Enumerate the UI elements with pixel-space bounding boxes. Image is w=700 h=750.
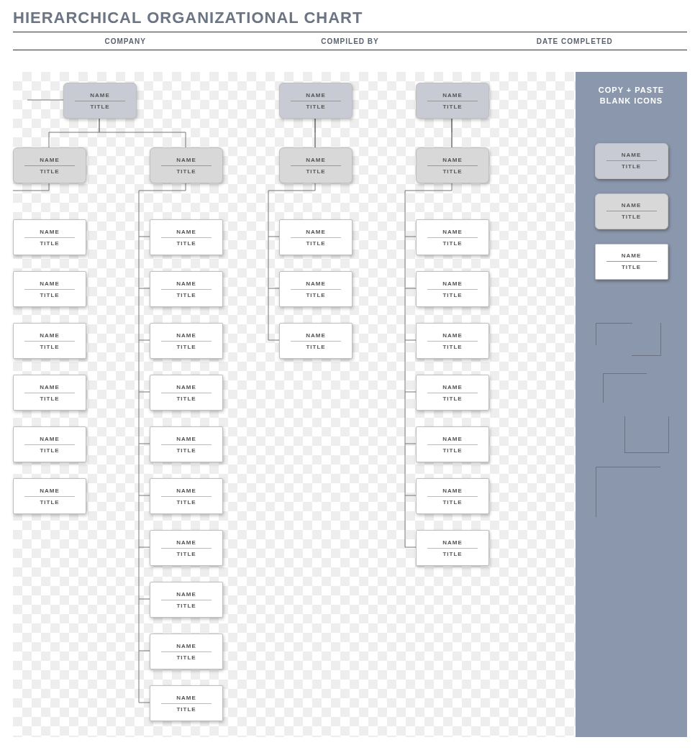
org-node-C[interactable]: NAMETITLE	[416, 83, 489, 119]
header-compiled-by[interactable]: COMPILED BY	[237, 32, 462, 50]
org-node-A2j[interactable]: NAMETITLE	[150, 685, 223, 721]
org-node-A1d[interactable]: NAMETITLE	[13, 375, 86, 411]
org-node-C1[interactable]: NAMETITLE	[416, 147, 489, 183]
org-node-A2e[interactable]: NAMETITLE	[150, 426, 223, 462]
org-node-A1[interactable]: NAMETITLE	[13, 147, 86, 183]
org-node-B1[interactable]: NAMETITLE	[279, 147, 353, 183]
org-node-A[interactable]: NAMETITLE	[63, 83, 137, 119]
org-node-B[interactable]: NAMETITLE	[279, 83, 353, 119]
org-node-C1e[interactable]: NAMETITLE	[416, 426, 489, 462]
org-node-A2f[interactable]: NAMETITLE	[150, 478, 223, 514]
org-node-A2g[interactable]: NAMETITLE	[150, 530, 223, 566]
org-node-A2i[interactable]: NAMETITLE	[150, 634, 223, 669]
org-node-C1c[interactable]: NAMETITLE	[416, 323, 489, 359]
org-node-B1a[interactable]: NAMETITLE	[279, 219, 353, 255]
blank-icon-leaf[interactable]: NAMETITLE	[595, 244, 668, 280]
org-node-A1b[interactable]: NAMETITLE	[13, 271, 86, 307]
org-node-A2b[interactable]: NAMETITLE	[150, 271, 223, 307]
org-node-A2h[interactable]: NAMETITLE	[150, 582, 223, 618]
sidebar-blank-icons: COPY + PASTEBLANK ICONS NAMETITLE NAMETI…	[576, 72, 687, 737]
header-company[interactable]: COMPANY	[13, 32, 237, 50]
sidebar-title: COPY + PASTEBLANK ICONS	[599, 85, 664, 107]
header-date-completed[interactable]: DATE COMPLETED	[463, 32, 687, 50]
org-node-C1f[interactable]: NAMETITLE	[416, 478, 489, 514]
header-row: COMPANY COMPILED BY DATE COMPLETED	[13, 32, 687, 50]
blank-icon-mid[interactable]: NAMETITLE	[595, 193, 668, 229]
org-node-A2d[interactable]: NAMETITLE	[150, 375, 223, 411]
org-chart-canvas[interactable]: NAMETITLENAMETITLENAMETITLENAMETITLENAME…	[13, 72, 576, 737]
org-node-A2c[interactable]: NAMETITLE	[150, 323, 223, 359]
org-node-A2a[interactable]: NAMETITLE	[150, 219, 223, 255]
org-node-A1f[interactable]: NAMETITLE	[13, 478, 86, 514]
org-node-C1d[interactable]: NAMETITLE	[416, 375, 489, 411]
org-node-A2[interactable]: NAMETITLE	[150, 147, 223, 183]
page-title: HIERARCHICAL ORGANIZATIONAL CHART	[0, 0, 700, 32]
org-node-B1b[interactable]: NAMETITLE	[279, 271, 353, 307]
org-node-A1c[interactable]: NAMETITLE	[13, 323, 86, 359]
org-node-B1c[interactable]: NAMETITLE	[279, 323, 353, 359]
org-node-A1e[interactable]: NAMETITLE	[13, 426, 86, 462]
connector-samples	[588, 323, 675, 539]
org-node-C1a[interactable]: NAMETITLE	[416, 219, 489, 255]
org-node-A1a[interactable]: NAMETITLE	[13, 219, 86, 255]
blank-icon-top[interactable]: NAMETITLE	[595, 143, 668, 179]
org-node-C1b[interactable]: NAMETITLE	[416, 271, 489, 307]
org-node-C1g[interactable]: NAMETITLE	[416, 530, 489, 566]
